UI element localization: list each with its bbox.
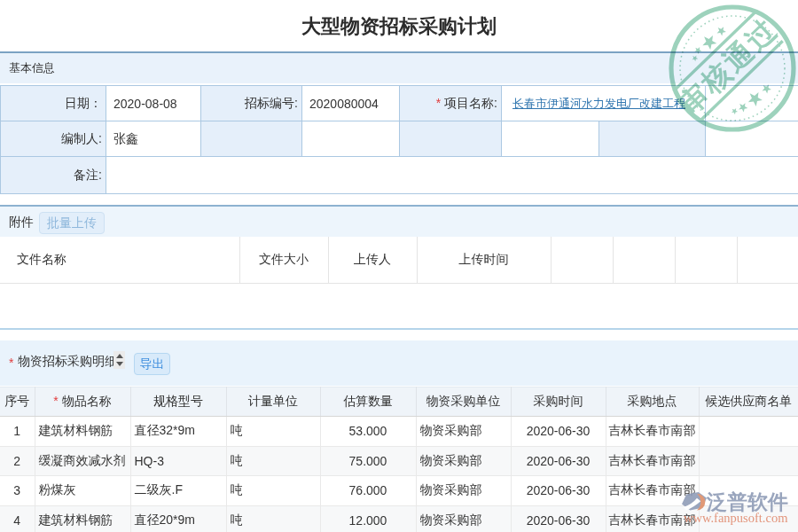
svg-text:审核通过: 审核通过 xyxy=(673,12,784,121)
svg-text:www.fanpusoft.com: www.fanpusoft.com xyxy=(684,511,788,525)
